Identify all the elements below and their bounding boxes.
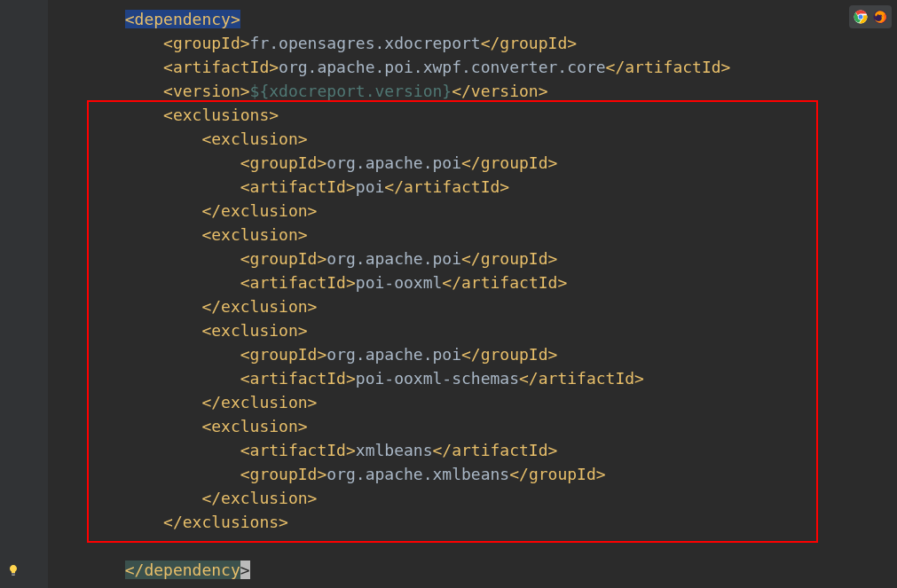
code-token: </artifactId> (442, 273, 567, 292)
browser-open-toolbar (849, 5, 892, 28)
code-line[interactable]: <groupId>org.apache.poi</groupId> (48, 247, 557, 270)
code-token: org.apache.xmlbeans (327, 465, 509, 483)
code-line[interactable]: </exclusion> (48, 294, 317, 318)
chrome-icon[interactable] (854, 10, 868, 24)
code-line[interactable]: </exclusions> (48, 510, 288, 534)
code-token: poi-ooxml (356, 273, 443, 292)
code-token: </artifactId> (519, 369, 644, 388)
code-line[interactable]: </dependency> (48, 558, 250, 582)
code-token: <exclusion> (201, 321, 307, 340)
code-token: </exclusion> (201, 489, 317, 507)
code-token: org.apache.poi (327, 153, 461, 172)
code-token: fr.opensagres.xdocreport (250, 34, 481, 52)
indent (48, 82, 163, 100)
indent (48, 10, 125, 28)
code-line[interactable]: <artifactId>poi-ooxml-schemas</artifactI… (48, 366, 644, 390)
code-token: <groupId> (240, 345, 327, 364)
code-token: </dependency (125, 561, 240, 579)
code-line[interactable]: <exclusion> (48, 223, 308, 247)
code-token: ${xdocreport.version} (250, 82, 452, 100)
indent (48, 393, 201, 412)
code-token: </groupId> (461, 345, 557, 364)
code-line[interactable]: <exclusion> (48, 414, 308, 438)
indent (48, 129, 201, 148)
indent (48, 489, 201, 507)
indent (48, 369, 240, 388)
indent (48, 561, 125, 579)
code-token: </version> (452, 82, 547, 100)
indent (48, 34, 163, 52)
code-line[interactable]: <groupId>org.apache.poi</groupId> (48, 342, 557, 366)
indent (48, 201, 201, 220)
code-token: poi (356, 177, 385, 196)
indent (48, 106, 163, 124)
code-token: xmlbeans (356, 441, 433, 459)
code-token: </groupId> (461, 249, 557, 268)
code-token: <exclusion> (201, 129, 307, 148)
code-token: org.apache.poi.xwpf.converter.core (279, 58, 605, 76)
code-editor[interactable]: <dependency> <groupId>fr.opensagres.xdoc… (48, 0, 897, 588)
indent (48, 513, 163, 531)
indent (48, 297, 201, 316)
bulb-icon[interactable] (7, 559, 20, 571)
code-token: </artifactId> (384, 177, 509, 196)
code-line[interactable]: <artifactId>xmlbeans</artifactId> (48, 438, 557, 462)
code-token: org.apache.poi (327, 345, 461, 364)
code-token: <artifactId> (163, 58, 279, 76)
code-line[interactable]: <exclusion> (48, 318, 308, 342)
code-line[interactable]: </exclusion> (48, 486, 317, 510)
code-token: <artifactId> (240, 441, 356, 459)
code-token: </exclusion> (201, 297, 317, 316)
firefox-icon[interactable] (873, 10, 887, 24)
code-token: poi-ooxml-schemas (356, 369, 519, 388)
code-token: <exclusion> (201, 225, 307, 244)
code-line[interactable]: <exclusions> (48, 103, 279, 127)
svg-rect-4 (12, 574, 15, 575)
code-line[interactable]: <artifactId>poi-ooxml</artifactId> (48, 270, 567, 294)
code-token: <artifactId> (240, 273, 356, 292)
code-line[interactable]: <dependency> (48, 7, 240, 31)
code-token: <dependency> (125, 10, 240, 28)
code-token: org.apache.poi (327, 249, 461, 268)
code-token: </exclusions> (163, 513, 288, 531)
indent (48, 225, 201, 244)
code-token: </groupId> (461, 153, 557, 172)
code-token: </exclusion> (201, 201, 317, 220)
code-line[interactable]: <exclusion> (48, 127, 308, 151)
code-line[interactable]: </exclusion> (48, 390, 317, 414)
code-token: </artifactId> (606, 58, 731, 76)
code-token: <artifactId> (240, 369, 356, 388)
code-token: <artifactId> (240, 177, 356, 196)
code-token: <groupId> (163, 34, 250, 52)
code-token: </artifactId> (433, 441, 558, 459)
code-token: </groupId> (481, 34, 577, 52)
svg-rect-5 (12, 575, 14, 576)
code-token: <groupId> (240, 465, 327, 483)
code-line[interactable]: <groupId>org.apache.xmlbeans</groupId> (48, 462, 606, 486)
indent (48, 345, 240, 364)
indent (48, 273, 240, 292)
code-line[interactable]: <artifactId>org.apache.poi.xwpf.converte… (48, 55, 730, 79)
code-token: <exclusions> (163, 106, 279, 124)
code-token: </groupId> (509, 465, 605, 483)
editor-gutter (0, 0, 48, 588)
code-line[interactable]: <groupId>fr.opensagres.xdocreport</group… (48, 31, 577, 55)
indent (48, 441, 240, 459)
code-token: <groupId> (240, 249, 327, 268)
code-token: <version> (163, 82, 250, 100)
code-line[interactable]: </exclusion> (48, 199, 317, 223)
indent (48, 153, 240, 172)
code-token: <exclusion> (201, 417, 307, 435)
indent (48, 417, 201, 435)
code-line[interactable]: <version>${xdocreport.version}</version> (48, 79, 548, 103)
indent (48, 58, 163, 76)
indent (48, 321, 201, 340)
code-token: > (240, 561, 250, 579)
code-line[interactable]: <groupId>org.apache.poi</groupId> (48, 151, 557, 175)
code-line[interactable]: <artifactId>poi</artifactId> (48, 175, 509, 199)
indent (48, 249, 240, 268)
svg-point-2 (859, 15, 863, 20)
indent (48, 465, 240, 483)
indent (48, 177, 240, 196)
code-token: <groupId> (240, 153, 327, 172)
